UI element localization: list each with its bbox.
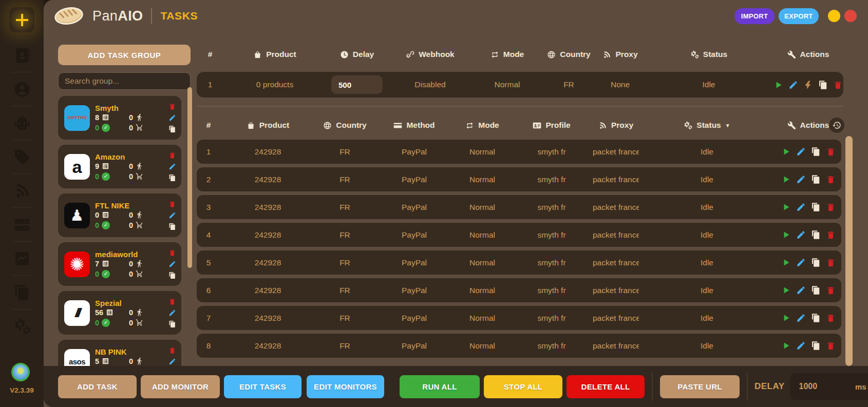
edit-task-icon[interactable] xyxy=(796,258,806,267)
run-task-icon[interactable] xyxy=(781,285,791,295)
sidebar-item[interactable] xyxy=(13,46,31,64)
delete-task-icon[interactable] xyxy=(826,341,836,351)
edit-task-icon[interactable] xyxy=(796,313,806,323)
run-all-button[interactable]: RUN ALL xyxy=(400,375,480,398)
delete-task-icon[interactable] xyxy=(826,202,836,212)
delete-group-icon[interactable] xyxy=(168,103,176,110)
minimize-dot-button[interactable] xyxy=(828,10,840,22)
duplicate-task-icon[interactable] xyxy=(811,285,821,295)
add-button[interactable] xyxy=(9,7,34,32)
duplicate-group-icon[interactable] xyxy=(168,272,176,279)
edit-group-icon[interactable] xyxy=(168,211,176,219)
export-button[interactable]: EXPORT xyxy=(779,8,819,24)
task-table-scrollbar[interactable] xyxy=(845,136,853,366)
run-task-icon[interactable] xyxy=(781,341,791,351)
history-button[interactable] xyxy=(829,118,844,133)
duplicate-task-icon[interactable] xyxy=(811,202,821,212)
sidebar-item[interactable] xyxy=(13,80,31,98)
edit-group-icon[interactable] xyxy=(168,309,176,317)
edit-tasks-button[interactable]: EDIT TASKS xyxy=(224,375,301,398)
edit-task-icon[interactable] xyxy=(796,230,806,240)
duplicate-task-icon[interactable] xyxy=(811,341,821,351)
delete-group-icon[interactable] xyxy=(168,298,176,305)
task-group-card[interactable]: a Amazon 9 0 0 0 xyxy=(58,145,181,188)
task-mode: Normal xyxy=(454,314,511,323)
duplicate-group-icon[interactable] xyxy=(168,125,176,133)
global-delay-input[interactable] xyxy=(798,381,855,392)
delete-group-icon[interactable] xyxy=(168,249,176,257)
sidebar-item[interactable] xyxy=(13,216,31,234)
duplicate-group-icon[interactable] xyxy=(168,320,176,328)
close-dot-button[interactable] xyxy=(844,10,857,22)
delete-group-icon[interactable] xyxy=(168,200,176,208)
add-monitor-button[interactable]: ADD MONITOR xyxy=(141,375,220,398)
edit-task-icon[interactable] xyxy=(796,202,806,212)
duplicate-task-icon[interactable] xyxy=(811,313,821,323)
run-task-icon[interactable] xyxy=(781,175,791,184)
duplicate-task-icon[interactable] xyxy=(811,258,821,267)
duplicate-task-icon[interactable] xyxy=(811,230,821,240)
delete-group-icon[interactable] xyxy=(168,346,176,354)
delete-task-icon[interactable] xyxy=(826,258,836,267)
panaio-app: V2.3.39 PanAIO TASKS IMPORT EXPORT xyxy=(0,0,868,407)
task-status: Idle xyxy=(639,203,775,212)
duplicate-group-icon[interactable] xyxy=(168,223,176,230)
edit-task-icon[interactable] xyxy=(796,285,806,295)
sidebar-item[interactable] xyxy=(13,114,31,132)
task-group-list: SMYTHS Smyth 8 0 0 0 xyxy=(58,96,181,383)
history-icon xyxy=(832,121,841,130)
task-method: PayPal xyxy=(374,147,454,157)
group-list-scrollbar[interactable] xyxy=(187,87,192,268)
delete-group-icon[interactable] xyxy=(168,151,176,159)
sidebar-item[interactable] xyxy=(13,283,31,301)
quick-start-icon[interactable] xyxy=(803,80,813,90)
cart-icon xyxy=(136,172,143,180)
task-row: 8 242928 FR PayPal Normal smyth fr packe… xyxy=(197,334,841,358)
delete-task-icon[interactable] xyxy=(826,175,836,184)
edit-task-icon[interactable] xyxy=(796,175,806,184)
edit-group-icon[interactable] xyxy=(168,163,176,170)
delay-input[interactable] xyxy=(337,80,376,90)
run-monitor-icon[interactable] xyxy=(773,80,783,90)
edit-group-icon[interactable] xyxy=(168,358,176,365)
delete-task-icon[interactable] xyxy=(826,313,836,323)
edit-task-icon[interactable] xyxy=(796,341,806,351)
group-task-count: 8 xyxy=(95,113,129,122)
duplicate-task-icon[interactable] xyxy=(811,175,821,184)
task-group-card[interactable]: /// Spezial 56 0 0 0 xyxy=(58,291,181,335)
duplicate-task-icon[interactable] xyxy=(811,147,821,157)
edit-monitors-button[interactable]: EDIT MONITORS xyxy=(307,375,384,398)
run-task-icon[interactable] xyxy=(781,147,791,157)
paste-url-button[interactable]: PASTE URL xyxy=(660,375,740,398)
add-task-button[interactable]: ADD TASK xyxy=(58,375,137,398)
run-task-icon[interactable] xyxy=(781,202,791,212)
edit-group-icon[interactable] xyxy=(168,260,176,268)
task-group-card[interactable]: ♟ FTL NIKE 0 0 0 0 xyxy=(58,193,181,237)
tables-area: # Product Delay xyxy=(197,41,843,361)
delete-all-button[interactable]: DELETE ALL xyxy=(567,375,645,398)
task-group-card[interactable]: SMYTHS Smyth 8 0 0 0 xyxy=(58,96,181,140)
group-logo-text: ✺ xyxy=(70,256,85,273)
run-task-icon[interactable] xyxy=(781,313,791,323)
edit-task-icon[interactable] xyxy=(796,147,806,157)
task-group-card[interactable]: ✺ mediaworld 7 0 0 0 xyxy=(58,242,181,286)
run-task-icon[interactable] xyxy=(781,258,791,267)
sidebar-item[interactable] xyxy=(13,148,31,166)
delete-task-icon[interactable] xyxy=(826,147,836,157)
sidebar-item[interactable] xyxy=(13,317,31,335)
add-task-group-button[interactable]: ADD TASK GROUP xyxy=(58,45,191,65)
delete-task-icon[interactable] xyxy=(826,285,836,295)
edit-group-icon[interactable] xyxy=(168,114,176,122)
delete-monitor-icon[interactable] xyxy=(833,80,843,90)
sidebar-item[interactable] xyxy=(13,182,31,200)
edit-monitor-icon[interactable] xyxy=(788,80,798,90)
run-task-icon[interactable] xyxy=(781,230,791,240)
group-search-input[interactable] xyxy=(58,72,191,90)
duplicate-monitor-icon[interactable] xyxy=(818,80,828,90)
import-button[interactable]: IMPORT xyxy=(734,8,775,24)
stop-all-button[interactable]: STOP ALL xyxy=(484,375,562,398)
duplicate-group-icon[interactable] xyxy=(168,174,176,182)
sidebar-item[interactable] xyxy=(13,249,31,267)
avatar[interactable] xyxy=(11,363,30,381)
delete-task-icon[interactable] xyxy=(826,230,836,240)
